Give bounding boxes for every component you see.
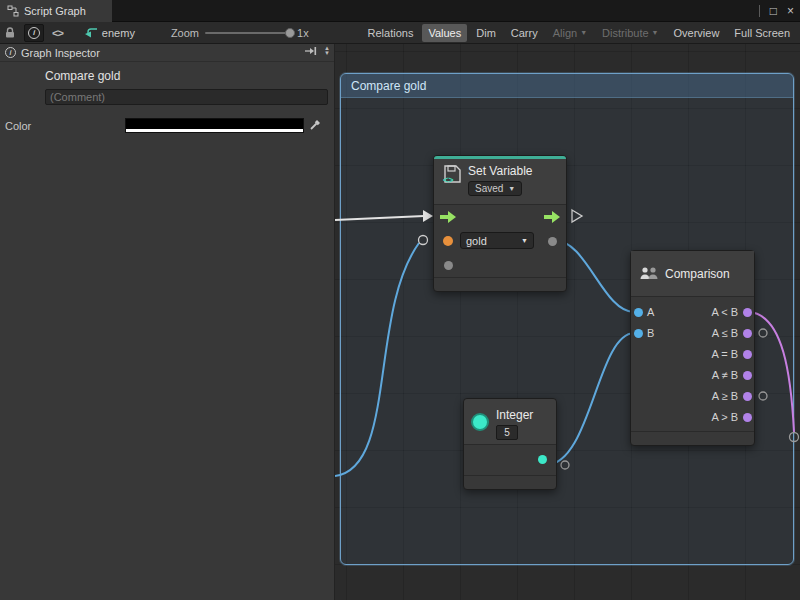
output-label: A ≥ B xyxy=(712,390,738,402)
chevron-down-icon: ▼ xyxy=(580,29,587,36)
overview-button[interactable]: Overview xyxy=(668,24,726,42)
node-integer[interactable]: Integer 5 xyxy=(463,398,557,490)
distribute-label: Distribute xyxy=(602,27,648,39)
graph-breadcrumb[interactable]: enemy xyxy=(85,27,135,39)
flow-row xyxy=(434,205,566,229)
input-value-row xyxy=(434,253,566,277)
variable-name-value: gold xyxy=(466,235,487,247)
script-graph-icon xyxy=(7,5,19,17)
stepper-down-icon[interactable]: ▼ xyxy=(324,51,330,56)
output-label: A ≠ B xyxy=(712,369,738,381)
output-label: A < B xyxy=(711,306,738,318)
align-button[interactable]: Align ▼ xyxy=(547,24,593,42)
distribute-button[interactable]: Distribute ▼ xyxy=(596,24,664,42)
variable-row: gold ▼ xyxy=(434,229,566,253)
output-label: A = B xyxy=(711,348,738,360)
variable-kind-value: Saved xyxy=(475,183,503,194)
lock-icon[interactable] xyxy=(4,24,16,42)
output-label: A > B xyxy=(711,411,738,423)
comment-input[interactable] xyxy=(45,89,328,105)
input-a-label: A xyxy=(647,306,654,318)
chevron-down-icon: ▼ xyxy=(652,29,659,36)
node-footer xyxy=(631,431,754,445)
values-button[interactable]: Values xyxy=(422,24,467,42)
zoom-slider-handle[interactable] xyxy=(285,28,295,38)
inspector-toggle-button[interactable]: i xyxy=(24,24,44,42)
relations-button[interactable]: Relations xyxy=(362,24,420,42)
alpha-strip xyxy=(126,129,303,132)
graph-inspector-header: i Graph Inspector ▲ ▼ xyxy=(0,44,334,62)
fullscreen-button[interactable]: Full Screen xyxy=(728,24,796,42)
a-gt-b-port[interactable] xyxy=(743,413,752,422)
window-titlebar: Script Graph □ × xyxy=(0,0,800,22)
graph-title-text: Compare gold xyxy=(45,69,120,83)
set-variable-icon: <> xyxy=(442,164,462,184)
flow-input-port[interactable] xyxy=(440,211,456,223)
zoom-value: 1x xyxy=(297,27,309,39)
integer-icon xyxy=(471,413,489,431)
align-label: Align xyxy=(553,27,577,39)
inspector-title: Graph Inspector xyxy=(21,47,100,59)
flow-output-port[interactable] xyxy=(544,211,560,223)
a-lte-b-port[interactable] xyxy=(743,329,752,338)
tab-script-graph[interactable]: Script Graph xyxy=(0,0,112,22)
input-b-label: B xyxy=(647,327,654,339)
svg-text:<>: <> xyxy=(443,175,454,184)
comparison-row: A > B xyxy=(631,407,754,428)
eyedropper-icon[interactable] xyxy=(309,118,322,133)
a-gte-b-port[interactable] xyxy=(743,392,752,401)
comparison-row: A = B xyxy=(631,344,754,365)
toolbar-buttons: Relations Values Dim Carry Align ▼ Distr… xyxy=(362,24,796,42)
variable-kind-dropdown[interactable]: Saved ▼ xyxy=(468,181,522,196)
comparison-icon xyxy=(639,266,659,282)
zoom-label: Zoom xyxy=(171,27,199,39)
integer-output-port[interactable] xyxy=(538,455,547,464)
dock-panel-icon[interactable] xyxy=(304,46,317,56)
comparison-row: A ≠ B xyxy=(631,365,754,386)
graph-toolbar: i <> enemy Zoom 1x Relations Values Dim … xyxy=(0,22,800,44)
a-eq-b-port[interactable] xyxy=(743,350,752,359)
comparison-row: A A < B xyxy=(631,302,754,323)
output-label: A ≤ B xyxy=(712,327,738,339)
input-b-port[interactable] xyxy=(634,329,643,338)
node-set-variable[interactable]: <> Set Variable Saved ▼ gold ▼ xyxy=(433,155,567,292)
parent-graph-arrow-icon xyxy=(85,27,98,38)
carry-button[interactable]: Carry xyxy=(505,24,544,42)
variable-name-port[interactable] xyxy=(443,236,453,246)
dim-button[interactable]: Dim xyxy=(470,24,502,42)
input-value-port[interactable] xyxy=(444,261,453,270)
panel-stepper[interactable]: ▲ ▼ xyxy=(324,46,330,56)
node-title: Integer xyxy=(496,408,533,422)
window-controls: □ × xyxy=(759,0,794,22)
input-a-port[interactable] xyxy=(634,308,643,317)
node-title: Comparison xyxy=(665,267,730,281)
graph-ref-label: enemy xyxy=(102,27,135,39)
color-field-label: Color xyxy=(5,120,31,132)
group-header[interactable]: Compare gold xyxy=(341,74,793,98)
zoom-control: Zoom 1x xyxy=(171,27,309,39)
graph-canvas[interactable]: Compare gold <> Set Var xyxy=(335,44,800,600)
group-title: Compare gold xyxy=(351,79,426,93)
comparison-row: A ≥ B xyxy=(631,386,754,407)
maximize-icon[interactable]: □ xyxy=(770,0,777,22)
comparison-row: B A ≤ B xyxy=(631,323,754,344)
integer-value-field[interactable]: 5 xyxy=(496,425,518,440)
graph-inspector-panel: i Graph Inspector ▲ ▼ Compare gold Color xyxy=(0,44,335,600)
a-less-b-port[interactable] xyxy=(743,308,752,317)
window-divider-icon xyxy=(759,5,760,17)
zoom-slider[interactable] xyxy=(205,32,291,34)
node-footer xyxy=(434,277,566,291)
close-icon[interactable]: × xyxy=(787,0,794,22)
variable-name-dropdown[interactable]: gold ▼ xyxy=(460,232,534,249)
chevron-down-icon: ▼ xyxy=(521,237,528,244)
chevron-down-icon: ▼ xyxy=(508,185,515,192)
info-icon: i xyxy=(5,47,16,58)
integer-output-row xyxy=(464,445,556,475)
color-swatch[interactable] xyxy=(125,118,304,133)
tab-title: Script Graph xyxy=(24,5,86,17)
a-neq-b-port[interactable] xyxy=(743,371,752,380)
output-value-port[interactable] xyxy=(548,237,557,246)
edit-script-icon[interactable]: <> xyxy=(52,24,63,42)
node-title: Set Variable xyxy=(468,164,532,178)
node-comparison[interactable]: Comparison A A < B B A ≤ B A = B A ≠ B xyxy=(630,250,755,446)
